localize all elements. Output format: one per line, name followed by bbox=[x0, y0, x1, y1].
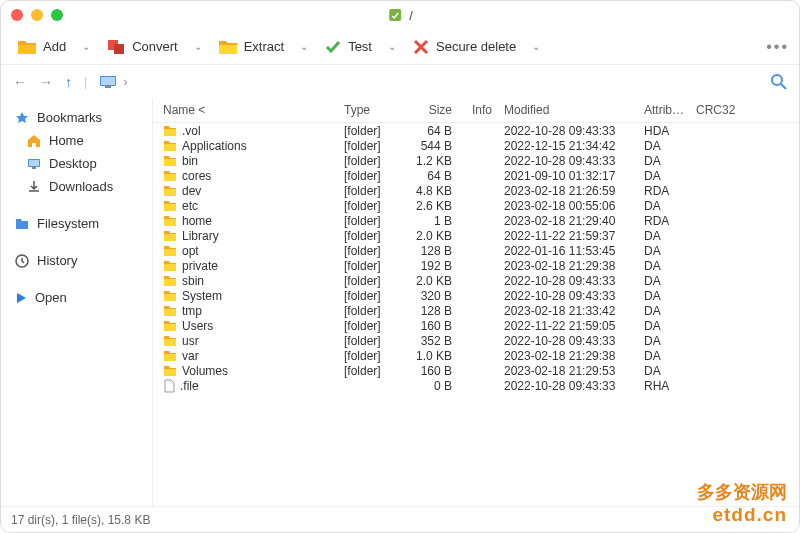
file-row[interactable]: Applications[folder]544 B2022-12-15 21:3… bbox=[153, 138, 799, 153]
file-list: .vol[folder]64 B2022-10-28 09:43:33HDAAp… bbox=[153, 123, 799, 506]
svg-rect-22 bbox=[164, 249, 176, 256]
convert-icon bbox=[106, 38, 126, 56]
sidebar-desktop[interactable]: Desktop bbox=[1, 152, 152, 175]
convert-dropdown[interactable]: ⌄ bbox=[188, 37, 208, 56]
file-row[interactable]: .file0 B2022-10-28 09:43:33RHA bbox=[153, 378, 799, 393]
back-button[interactable]: ← bbox=[13, 74, 27, 90]
svg-rect-23 bbox=[164, 264, 176, 271]
svg-rect-7 bbox=[105, 86, 111, 88]
main-area: Bookmarks Home Desktop Downloads Filesys… bbox=[1, 98, 799, 506]
svg-rect-27 bbox=[164, 324, 176, 331]
file-row[interactable]: bin[folder]1.2 KB2022-10-28 09:43:33DA bbox=[153, 153, 799, 168]
svg-rect-18 bbox=[164, 189, 176, 196]
col-modified[interactable]: Modified bbox=[498, 103, 638, 117]
sidebar-bookmarks[interactable]: Bookmarks bbox=[1, 106, 152, 129]
svg-rect-26 bbox=[164, 309, 176, 316]
home-icon bbox=[27, 134, 41, 148]
svg-rect-3 bbox=[114, 44, 124, 54]
file-row[interactable]: tmp[folder]128 B2023-02-18 21:33:42DA bbox=[153, 303, 799, 318]
svg-rect-25 bbox=[164, 294, 176, 301]
secure-delete-dropdown[interactable]: ⌄ bbox=[526, 37, 546, 56]
sidebar-history[interactable]: History bbox=[1, 249, 152, 272]
play-icon bbox=[15, 292, 27, 304]
download-icon bbox=[27, 180, 41, 194]
file-row[interactable]: Volumes[folder]160 B2023-02-18 21:29:53D… bbox=[153, 363, 799, 378]
sidebar-open[interactable]: Open bbox=[1, 286, 152, 309]
col-info[interactable]: Info bbox=[458, 103, 498, 117]
window-title: / bbox=[387, 7, 413, 23]
convert-button[interactable]: Convert bbox=[100, 34, 184, 60]
svg-rect-20 bbox=[164, 219, 176, 226]
svg-rect-15 bbox=[164, 144, 176, 151]
file-row[interactable]: usr[folder]352 B2022-10-28 09:43:33DA bbox=[153, 333, 799, 348]
svg-rect-16 bbox=[164, 159, 176, 166]
extract-icon bbox=[218, 38, 238, 56]
computer-icon bbox=[99, 75, 117, 89]
file-row[interactable]: dev[folder]4.8 KB2023-02-18 21:26:59RDA bbox=[153, 183, 799, 198]
svg-rect-17 bbox=[164, 174, 176, 181]
svg-rect-6 bbox=[101, 77, 115, 85]
file-row[interactable]: opt[folder]128 B2022-01-16 11:53:45DA bbox=[153, 243, 799, 258]
svg-rect-12 bbox=[32, 167, 36, 169]
col-crc32[interactable]: CRC32 bbox=[690, 103, 741, 117]
app-icon bbox=[387, 7, 403, 23]
svg-rect-14 bbox=[164, 129, 176, 136]
search-button[interactable] bbox=[771, 74, 787, 90]
extract-dropdown[interactable]: ⌄ bbox=[294, 37, 314, 56]
sidebar-home[interactable]: Home bbox=[1, 129, 152, 152]
file-row[interactable]: System[folder]320 B2022-10-28 09:43:33DA bbox=[153, 288, 799, 303]
search-icon bbox=[771, 74, 787, 90]
file-row[interactable]: home[folder]1 B2023-02-18 21:29:40RDA bbox=[153, 213, 799, 228]
window-controls bbox=[11, 9, 63, 21]
sidebar-downloads[interactable]: Downloads bbox=[1, 175, 152, 198]
file-row[interactable]: .vol[folder]64 B2022-10-28 09:43:33HDA bbox=[153, 123, 799, 138]
col-size[interactable]: Size bbox=[398, 103, 458, 117]
file-row[interactable]: private[folder]192 B2023-02-18 21:29:38D… bbox=[153, 258, 799, 273]
forward-button[interactable]: → bbox=[39, 74, 53, 90]
up-button[interactable]: ↑ bbox=[65, 74, 72, 90]
folder-icon bbox=[15, 218, 29, 230]
statusbar: 17 dir(s), 1 file(s), 15.8 KB bbox=[1, 506, 799, 532]
svg-rect-19 bbox=[164, 204, 176, 211]
chevron-right-icon: › bbox=[123, 75, 127, 89]
svg-rect-30 bbox=[164, 369, 176, 376]
history-icon bbox=[15, 254, 29, 268]
add-icon bbox=[17, 38, 37, 56]
test-dropdown[interactable]: ⌄ bbox=[382, 37, 402, 56]
file-row[interactable]: etc[folder]2.6 KB2023-02-18 00:55:06DA bbox=[153, 198, 799, 213]
desktop-icon bbox=[27, 158, 41, 170]
file-row[interactable]: Library[folder]2.0 KB2022-11-22 21:59:37… bbox=[153, 228, 799, 243]
test-button[interactable]: Test bbox=[318, 34, 378, 60]
sidebar: Bookmarks Home Desktop Downloads Filesys… bbox=[1, 98, 153, 506]
minimize-window-button[interactable] bbox=[31, 9, 43, 21]
col-attrib[interactable]: Attrib… bbox=[638, 103, 690, 117]
svg-rect-0 bbox=[389, 9, 401, 21]
file-pane: Name < Type Size Info Modified Attrib… C… bbox=[153, 98, 799, 506]
col-type[interactable]: Type bbox=[338, 103, 398, 117]
add-button[interactable]: Add bbox=[11, 34, 72, 60]
svg-rect-21 bbox=[164, 234, 176, 241]
secure-delete-icon bbox=[412, 38, 430, 56]
extract-button[interactable]: Extract bbox=[212, 34, 290, 60]
file-row[interactable]: var[folder]1.0 KB2023-02-18 21:29:38DA bbox=[153, 348, 799, 363]
close-window-button[interactable] bbox=[11, 9, 23, 21]
file-row[interactable]: cores[folder]64 B2021-09-10 01:32:17DA bbox=[153, 168, 799, 183]
breadcrumb[interactable]: › bbox=[99, 75, 759, 89]
toolbar: Add ⌄ Convert ⌄ Extract ⌄ Test ⌄ Secure … bbox=[1, 29, 799, 64]
col-name[interactable]: Name < bbox=[153, 103, 338, 117]
more-button[interactable]: ••• bbox=[766, 38, 789, 56]
secure-delete-button[interactable]: Secure delete bbox=[406, 34, 522, 60]
svg-point-8 bbox=[772, 75, 782, 85]
test-icon bbox=[324, 38, 342, 56]
svg-rect-1 bbox=[18, 45, 36, 54]
file-row[interactable]: sbin[folder]2.0 KB2022-10-28 09:43:33DA bbox=[153, 273, 799, 288]
add-dropdown[interactable]: ⌄ bbox=[76, 37, 96, 56]
maximize-window-button[interactable] bbox=[51, 9, 63, 21]
svg-line-9 bbox=[781, 84, 786, 89]
file-row[interactable]: Users[folder]160 B2022-11-22 21:59:05DA bbox=[153, 318, 799, 333]
watermark: 多多资源网 etdd.cn bbox=[697, 480, 787, 526]
sidebar-filesystem[interactable]: Filesystem bbox=[1, 212, 152, 235]
window-title-text: / bbox=[409, 8, 413, 23]
titlebar: / bbox=[1, 1, 799, 29]
svg-rect-28 bbox=[164, 339, 176, 346]
